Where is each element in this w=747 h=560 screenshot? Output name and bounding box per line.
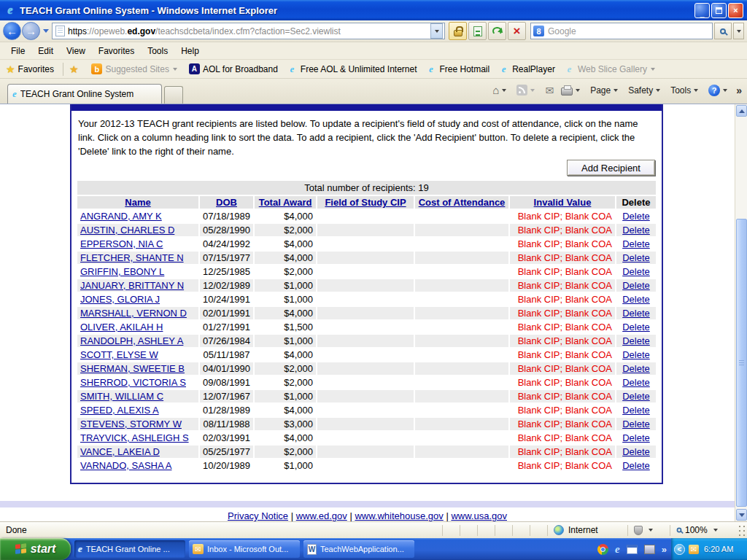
delete-link[interactable]: Delete [622, 211, 650, 222]
recipient-name-link[interactable]: AUSTIN, CHARLES D [80, 225, 174, 236]
chrome-icon[interactable] [597, 544, 608, 555]
read-mail-button[interactable]: ✉ [541, 82, 557, 98]
tray-outlook-icon[interactable]: ✉ [689, 545, 699, 554]
taskbar-utility-icon[interactable] [644, 545, 655, 554]
safety-menu-button[interactable]: Safety [624, 83, 667, 98]
delete-link[interactable]: Delete [622, 280, 650, 291]
recipient-name-link[interactable]: VARNADO, SASHA A [80, 460, 171, 471]
favlink-web-slice-gallery[interactable]: e Web Slice Gallery [560, 62, 662, 77]
recipient-name-link[interactable]: SHERROD, VICTORIA S [80, 377, 186, 388]
quick-launch-chevron[interactable]: » [662, 544, 667, 555]
recipient-name-link[interactable]: GRIFFIN, EBONY L [80, 266, 164, 277]
delete-link[interactable]: Delete [622, 363, 650, 374]
sort-invalid-link[interactable]: Invalid Value [534, 197, 592, 208]
footer-link[interactable]: Privacy Notice [228, 510, 288, 521]
help-button[interactable]: ? [705, 82, 734, 98]
recipient-name-link[interactable]: STEVENS, STORMY W [80, 419, 182, 429]
recipient-name-link[interactable]: ANGRAND, AMY K [80, 211, 162, 222]
recipient-name-link[interactable]: SCOTT, ELYSE W [80, 349, 158, 360]
security-lock-button[interactable] [449, 22, 467, 40]
delete-link[interactable]: Delete [622, 432, 650, 443]
delete-link[interactable]: Delete [622, 460, 650, 471]
window-utility-icon[interactable] [627, 545, 638, 554]
delete-link[interactable]: Delete [622, 308, 650, 319]
history-dropdown[interactable] [43, 29, 49, 33]
scroll-up-button[interactable] [736, 105, 747, 117]
menu-tools[interactable]: Tools [141, 44, 174, 58]
menu-help[interactable]: Help [174, 44, 206, 58]
recipient-name-link[interactable]: TRAYVICK, ASHLEIGH S [80, 432, 189, 443]
menu-view[interactable]: View [60, 44, 92, 58]
scrollbar-thumb[interactable] [736, 219, 747, 507]
new-tab-button[interactable] [164, 86, 183, 104]
delete-link[interactable]: Delete [622, 322, 650, 332]
tools-menu-button[interactable]: Tools [667, 83, 705, 98]
toolbar-overflow-chevron[interactable]: » [734, 85, 744, 96]
recipient-name-link[interactable]: MARSHALL, VERNON D [80, 308, 187, 319]
menu-edit[interactable]: Edit [31, 44, 60, 58]
delete-link[interactable]: Delete [622, 238, 650, 249]
tray-collapse-button[interactable]: < [674, 544, 685, 555]
ie-quick-icon[interactable]: e [615, 543, 620, 556]
delete-link[interactable]: Delete [622, 391, 650, 402]
refresh-button[interactable] [488, 22, 506, 40]
recipient-name-link[interactable]: FLETCHER, SHANTE N [80, 252, 184, 263]
footer-link[interactable]: www.usa.gov [451, 510, 507, 521]
scroll-down-button[interactable] [736, 509, 747, 521]
delete-link[interactable]: Delete [622, 266, 650, 277]
recipient-name-link[interactable]: EPPERSON, NIA C [80, 238, 163, 249]
zoom-control[interactable]: 100% [670, 525, 737, 536]
menu-file[interactable]: File [4, 44, 31, 58]
delete-link[interactable]: Delete [622, 349, 650, 360]
add-recipient-button[interactable]: Add Recipient [567, 160, 655, 176]
minimize-button[interactable]: _ [694, 3, 710, 18]
recipient-name-link[interactable]: SPEED, ALEXIS A [80, 405, 159, 416]
close-button[interactable]: × [728, 3, 743, 18]
sort-dob-link[interactable]: DOB [216, 197, 237, 208]
delete-link[interactable]: Delete [622, 446, 650, 457]
favlink-suggested-sites[interactable]: b Suggested Sites [87, 62, 184, 76]
search-options-dropdown[interactable] [733, 23, 744, 39]
restore-button[interactable] [711, 3, 727, 18]
taskbar-task-ie[interactable]: e TEACH Grant Online ... [74, 540, 185, 558]
add-favorite-button[interactable]: ★ [66, 62, 88, 77]
print-button[interactable] [557, 83, 587, 98]
sort-cip-link[interactable]: Field of Study CIP [325, 197, 406, 208]
back-button[interactable]: ← [3, 22, 21, 40]
menu-favorites[interactable]: Favorites [92, 44, 141, 58]
delete-link[interactable]: Delete [622, 294, 650, 305]
favlink-aol-broadband[interactable]: A AOL for Broadband [185, 62, 282, 76]
recipient-name-link[interactable]: VANCE, LAKEIA D [80, 446, 160, 457]
page-menu-button[interactable]: Page [587, 83, 624, 98]
taskbar-task-outlook[interactable]: ✉ Inbox - Microsoft Out... [189, 540, 300, 558]
vertical-scrollbar[interactable] [735, 104, 747, 521]
delete-link[interactable]: Delete [622, 335, 650, 346]
delete-link[interactable]: Delete [622, 252, 650, 263]
favlink-realplayer[interactable]: e RealPlayer [494, 62, 560, 77]
home-button[interactable]: ⌂ [489, 82, 513, 98]
compatibility-view-button[interactable] [468, 22, 487, 40]
tab-teach-grant[interactable]: e TEACH Grant Online System [7, 84, 162, 104]
feeds-button[interactable] [513, 82, 541, 98]
footer-link[interactable]: www.whitehouse.gov [355, 510, 443, 521]
start-button[interactable]: start [0, 538, 71, 560]
taskbar-task-word[interactable]: W TeachWebApplication... [303, 540, 414, 558]
address-bar-input[interactable]: https://opeweb.ed.gov/teachsdcbeta/index… [52, 23, 445, 39]
favlink-free-aol[interactable]: e Free AOL & Unlimited Internet [282, 62, 422, 77]
delete-link[interactable]: Delete [622, 405, 650, 416]
search-input[interactable]: 8 Google [530, 23, 713, 39]
recipient-name-link[interactable]: OLIVER, AKILAH H [80, 322, 163, 332]
delete-link[interactable]: Delete [622, 419, 650, 429]
sort-name-link[interactable]: Name [125, 197, 150, 208]
address-dropdown-button[interactable] [430, 23, 443, 39]
recipient-name-link[interactable]: SHERMAN, SWEETIE B [80, 363, 185, 374]
stop-button[interactable]: × [508, 22, 526, 40]
recipient-name-link[interactable]: SMITH, WILLIAM C [80, 391, 163, 402]
forward-button[interactable]: → [22, 22, 40, 40]
recipient-name-link[interactable]: JONES, GLORIA J [80, 294, 160, 305]
recipient-name-link[interactable]: RANDOLPH, ASHLEY A [80, 335, 183, 346]
delete-link[interactable]: Delete [622, 225, 650, 236]
protected-mode-panel[interactable] [627, 525, 670, 536]
sort-coa-link[interactable]: Cost of Attendance [419, 197, 506, 208]
delete-link[interactable]: Delete [622, 377, 650, 388]
